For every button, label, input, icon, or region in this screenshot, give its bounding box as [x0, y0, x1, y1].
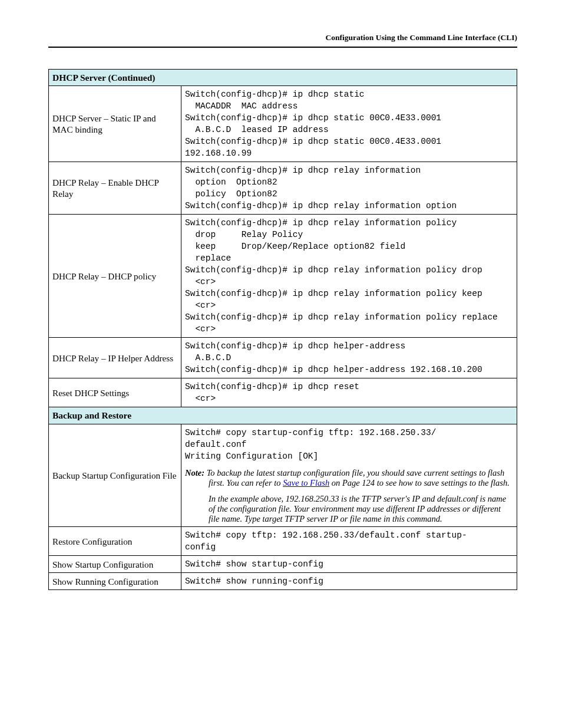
row-code: Switch(config-dhcp)# ip dhcp relay infor… [181, 215, 517, 338]
note-text-b: on Page 124 to see how to save settings … [329, 478, 510, 487]
row-code: Switch# copy startup-config tftp: 192.16… [181, 424, 517, 527]
row-code: Switch(config-dhcp)# ip dhcp reset <cr> [181, 378, 517, 407]
section-dhcp-header: DHCP Server (Continued) [49, 69, 517, 85]
table-row: DHCP Server – Static IP and MAC binding … [49, 86, 517, 162]
table-row: Restore Configuration Switch# copy tftp:… [49, 527, 517, 556]
row-label: Show Running Configuration [49, 573, 181, 590]
row-label: Show Startup Configuration [49, 556, 181, 573]
table-row: DHCP Relay – IP Helper Address Switch(co… [49, 338, 517, 378]
table-row: Show Startup Configuration Switch# show … [49, 556, 517, 573]
code-text: Switch# copy startup-config tftp: 192.16… [185, 428, 436, 461]
row-code: Switch(config-dhcp)# ip dhcp helper-addr… [181, 338, 517, 378]
row-code: Switch# show startup-config [181, 556, 517, 573]
note-paragraph: Note: To backup the latest startup confi… [185, 468, 513, 488]
row-label: Reset DHCP Settings [49, 378, 181, 407]
note-label: Note: [185, 468, 204, 477]
row-code: Switch# show running-config [181, 573, 517, 590]
table-row: DHCP Relay – DHCP policy Switch(config-d… [49, 215, 517, 338]
row-code: Switch(config-dhcp)# ip dhcp relay infor… [181, 162, 517, 215]
row-code: Switch(config-dhcp)# ip dhcp static MACA… [181, 86, 517, 162]
section-backup-header: Backup and Restore [49, 407, 517, 424]
page-header: Configuration Using the Command Line Int… [48, 33, 517, 48]
row-label: Restore Configuration [49, 527, 181, 556]
row-label: Backup Startup Configuration File [49, 424, 181, 527]
row-label: DHCP Relay – DHCP policy [49, 215, 181, 338]
table-row: Reset DHCP Settings Switch(config-dhcp)#… [49, 378, 517, 407]
note-paragraph-2: In the example above, 192.168.250.33 is … [185, 494, 513, 524]
row-code: Switch# copy tftp: 192.168.250.33/defaul… [181, 527, 517, 556]
table-row: Show Running Configuration Switch# show … [49, 573, 517, 590]
row-label: DHCP Server – Static IP and MAC binding [49, 86, 181, 162]
row-label: DHCP Relay – IP Helper Address [49, 338, 181, 378]
table-row: Backup Startup Configuration File Switch… [49, 424, 517, 527]
save-to-flash-link[interactable]: Save to Flash [283, 478, 329, 487]
row-label: DHCP Relay – Enable DHCP Relay [49, 162, 181, 215]
table-row: DHCP Relay – Enable DHCP Relay Switch(co… [49, 162, 517, 215]
cli-reference-table: DHCP Server (Continued) DHCP Server – St… [48, 69, 517, 590]
